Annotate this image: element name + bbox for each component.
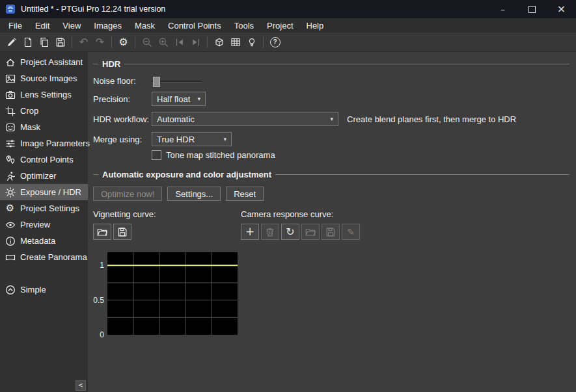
menu-tools[interactable]: Tools xyxy=(228,20,260,32)
menu-images[interactable]: Images xyxy=(87,20,128,32)
save-icon[interactable] xyxy=(52,34,68,50)
section-title-auto-adjust: Automatic exposure and color adjustment xyxy=(102,170,271,179)
runner-icon xyxy=(5,171,16,181)
load-curve-button[interactable] xyxy=(301,224,320,240)
vignetting-buttons xyxy=(93,224,241,240)
tone-map-checkbox[interactable] xyxy=(152,150,161,160)
menu-control-points[interactable]: Control Points xyxy=(161,20,228,32)
sidebar-item-mask[interactable]: Mask xyxy=(0,119,88,135)
save-vignetting-button[interactable] xyxy=(113,224,131,240)
mask-icon xyxy=(5,122,16,133)
merge-using-label: Merge using: xyxy=(93,135,152,144)
document-icon[interactable] xyxy=(20,34,36,50)
toolbar-separator xyxy=(72,36,72,48)
redo-icon[interactable]: ↷ xyxy=(92,34,108,50)
detail-viewer-icon[interactable] xyxy=(227,34,243,50)
next-image-icon[interactable] xyxy=(187,34,204,50)
settings-button[interactable]: Settings... xyxy=(167,187,221,201)
info-icon xyxy=(5,236,16,246)
precision-dropdown[interactable]: Half float ▾ xyxy=(152,92,206,106)
pins-icon xyxy=(5,155,16,165)
sidebar-item-label: Project Settings xyxy=(20,203,79,213)
sidebar-item-simple[interactable]: Simple xyxy=(0,281,88,298)
delete-curve-button[interactable] xyxy=(261,224,279,240)
save-icon xyxy=(117,227,128,237)
noise-floor-slider[interactable] xyxy=(152,77,201,86)
sidebar-item-control-points[interactable]: Control Points xyxy=(0,151,88,168)
save-curve-button[interactable] xyxy=(322,224,340,240)
menu-project[interactable]: Project xyxy=(260,20,299,32)
menu-edit[interactable]: Edit xyxy=(29,20,56,32)
menu-view[interactable]: View xyxy=(56,20,87,32)
add-icon: + xyxy=(245,226,254,237)
sidebar-item-metadata[interactable]: Metadata xyxy=(0,233,88,249)
vignetting-chart-y-axis: 10.50 xyxy=(93,252,107,335)
sidebar-item-preview[interactable]: Preview xyxy=(0,216,88,233)
hdr-workflow-row: HDR workflow: Automatic ▾ Create blend p… xyxy=(93,112,569,126)
panorama-editor-icon[interactable] xyxy=(211,34,227,50)
camera-response-curve-label: Camera response curve: xyxy=(241,209,362,219)
sidebar-item-project-assistant[interactable]: Project Assistant xyxy=(0,54,88,70)
optimize-now-button[interactable]: Optimize now! xyxy=(93,187,162,201)
panorama-icon xyxy=(5,252,16,263)
reload-curve-button[interactable]: ↻ xyxy=(281,224,299,240)
edit-curve-button[interactable]: ✎ xyxy=(342,224,360,240)
sidebar-item-create-panorama[interactable]: Create Panorama xyxy=(0,249,88,265)
load-vignetting-button[interactable] xyxy=(93,224,111,240)
slider-handle[interactable] xyxy=(153,77,160,87)
delete-icon xyxy=(265,227,276,237)
edit-pencil-icon[interactable] xyxy=(3,34,20,50)
tone-map-row: Tone map stitched panorama xyxy=(152,150,569,160)
preview-bulb-icon[interactable] xyxy=(243,34,260,50)
help-icon[interactable]: ? xyxy=(267,34,283,50)
close-button[interactable]: × xyxy=(547,0,576,18)
sidebar-item-source-images[interactable]: Source Images xyxy=(0,70,88,86)
hdr-workflow-value: Automatic xyxy=(157,114,195,124)
window-controls: – × xyxy=(488,0,576,18)
add-curve-button[interactable]: + xyxy=(241,224,259,240)
reset-button[interactable]: Reset xyxy=(226,187,264,201)
image-icon xyxy=(5,73,16,84)
sliders-icon xyxy=(5,138,16,149)
collapse-sidebar-button[interactable]: < xyxy=(75,380,86,391)
sidebar-item-optimizer[interactable]: Optimizer xyxy=(0,168,88,184)
camera-icon xyxy=(5,90,16,100)
settings-gear-icon[interactable]: ⚙ xyxy=(115,34,131,50)
toolbar-separator xyxy=(135,36,135,48)
sidebar-item-lens-settings[interactable]: Lens Settings xyxy=(0,86,88,103)
precision-row: Precision: Half float ▾ xyxy=(93,92,569,106)
maximize-button[interactable] xyxy=(517,0,547,18)
sidebar-item-label: Crop xyxy=(20,106,38,116)
minimize-button[interactable]: – xyxy=(488,0,517,18)
toolbar-separator xyxy=(263,36,264,48)
merge-using-row: Merge using: True HDR ▾ xyxy=(93,132,569,146)
zoom-in-icon[interactable] xyxy=(155,34,171,50)
section-title-hdr: HDR xyxy=(102,59,120,69)
sidebar-item-label: Mask xyxy=(20,122,40,132)
menu-help[interactable]: Help xyxy=(300,20,331,32)
merge-using-dropdown[interactable]: True HDR ▾ xyxy=(152,132,232,146)
vignetting-curve-label: Vignetting curve: xyxy=(93,209,241,219)
zoom-out-icon[interactable] xyxy=(139,34,155,50)
sidebar-item-exposure-hdr[interactable]: Exposure / HDR xyxy=(0,184,88,200)
close-icon: × xyxy=(557,4,566,14)
menu-file[interactable]: File xyxy=(2,20,29,32)
gear-icon: ⚙ xyxy=(5,203,16,214)
vignetting-column: Vignetting curve: 10.50 xyxy=(93,209,241,335)
sidebar-item-crop[interactable]: Crop xyxy=(0,103,88,119)
chevron-down-icon: ▾ xyxy=(330,116,333,122)
sidebar-item-image-parameters[interactable]: Image Parameters xyxy=(0,135,88,151)
prev-image-icon[interactable] xyxy=(171,34,187,50)
chevron-down-icon: ▾ xyxy=(197,96,200,102)
toolbar: ↶ ↷ ⚙ ? xyxy=(0,33,576,52)
hdr-workflow-dropdown[interactable]: Automatic ▾ xyxy=(152,112,338,126)
noise-floor-row: Noise floor: xyxy=(93,76,569,86)
app-logo-icon xyxy=(5,4,16,14)
sidebar: Project Assistant Source Images Lens Set… xyxy=(0,52,88,392)
sidebar-item-project-settings[interactable]: ⚙ Project Settings xyxy=(0,200,88,216)
hdr-workflow-hint: Create blend planes first, then merge to… xyxy=(347,114,516,124)
undo-icon[interactable]: ↶ xyxy=(75,34,92,50)
edit-icon: ✎ xyxy=(347,228,355,237)
copy-icon[interactable] xyxy=(36,34,52,50)
menu-mask[interactable]: Mask xyxy=(128,20,161,32)
